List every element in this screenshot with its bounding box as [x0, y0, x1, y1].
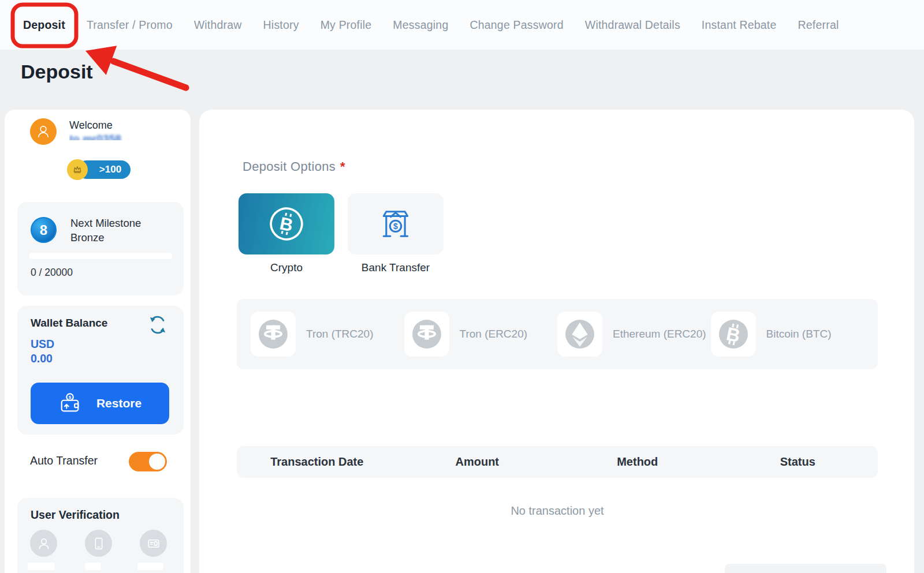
main-panel: Deposit Options* B Crypto $ Bank Transfe… [199, 110, 914, 573]
auto-transfer-toggle[interactable] [129, 452, 167, 471]
svg-text:$: $ [393, 222, 398, 231]
tab-transfer-promo[interactable]: Transfer / Promo [87, 18, 173, 32]
annotation-arrow [85, 46, 186, 88]
tab-deposit-label: Deposit [23, 18, 65, 31]
avatar [30, 118, 57, 145]
verification-label-cutoff [28, 563, 55, 570]
tab-withdrawal-details[interactable]: Withdrawal Details [585, 18, 680, 32]
col-transaction-date: Transaction Date [237, 455, 397, 469]
coin-icon: 8 [31, 217, 57, 243]
tether-icon [404, 312, 449, 357]
verification-label-cutoff [137, 563, 163, 570]
tab-change-password[interactable]: Change Password [470, 18, 563, 32]
tab-referral[interactable]: Referral [798, 18, 839, 32]
sidebar: Welcome to mr0358 >100 8 Next Milestone … [5, 110, 191, 573]
active-tab-underline [22, 44, 67, 47]
refresh-icon[interactable] [147, 314, 169, 336]
tab-messaging[interactable]: Messaging [393, 18, 448, 32]
milestone-progress-bar [29, 253, 172, 259]
id-card-verification-icon[interactable] [140, 530, 167, 557]
bank-transfer-option-label: Bank Transfer [348, 261, 444, 274]
tab-instant-rebate[interactable]: Instant Rebate [702, 18, 777, 32]
wallet-card: Wallet Balance USD 0.00 $ Restore [17, 306, 184, 435]
deposit-option-crypto[interactable]: B [239, 193, 334, 254]
deposit-option-bank-transfer[interactable]: $ [348, 193, 444, 254]
verification-label-cutoff [85, 563, 101, 570]
crown-icon [67, 159, 88, 180]
tab-history[interactable]: History [263, 18, 299, 32]
page-title: Deposit [21, 61, 93, 83]
currency-ethereum-erc20[interactable]: Ethereum (ERC20) [557, 312, 711, 357]
tab-withdraw[interactable]: Withdraw [194, 18, 242, 32]
user-verification-card: User Verification [17, 498, 184, 573]
milestone-tier: Bronze [70, 230, 141, 245]
identity-verification-icon[interactable] [30, 530, 57, 557]
bitcoin-icon: B [267, 205, 305, 243]
welcome-greeting: Welcome [69, 119, 113, 132]
required-asterisk: * [340, 159, 345, 174]
mobile-verification-icon[interactable] [85, 530, 112, 557]
col-method: Method [557, 455, 718, 469]
user-verification-label: User Verification [31, 508, 120, 522]
person-icon [35, 123, 52, 140]
col-status: Status [718, 455, 878, 469]
wallet-currency: USD [31, 338, 54, 351]
top-navigation: Deposit Transfer / Promo Withdraw Histor… [0, 0, 924, 50]
wallet-balance-label: Wallet Balance [31, 317, 107, 329]
tab-my-profile[interactable]: My Profile [321, 18, 372, 32]
bitcoin-icon: B [711, 312, 756, 357]
crypto-currency-list: Tron (TRC20) Tron (ERC20) [237, 299, 878, 369]
transactions-table-header: Transaction Date Amount Method Status [237, 446, 878, 478]
currency-bitcoin-btc[interactable]: B Bitcoin (BTC) [711, 312, 865, 357]
auto-transfer-label: Auto Transfer [30, 454, 98, 467]
svg-text:$: $ [69, 395, 72, 400]
wallet-icon: $ [58, 391, 83, 415]
currency-tron-erc20[interactable]: Tron (ERC20) [404, 312, 558, 357]
deposit-options-label: Deposit Options* [243, 159, 345, 174]
tab-deposit[interactable]: Deposit [23, 18, 65, 32]
restore-label: Restore [96, 396, 141, 410]
ethereum-icon [557, 312, 602, 357]
milestone-progress-text: 0 / 20000 [31, 267, 73, 279]
wallet-amount: 0.00 [31, 352, 53, 365]
col-amount: Amount [397, 455, 558, 469]
partial-element-cutoff [725, 564, 886, 573]
milestone-card: 8 Next Milestone Bronze 0 / 20000 [17, 202, 184, 295]
currency-tron-trc20[interactable]: Tron (TRC20) [251, 312, 404, 357]
username-masked: to mr0358 [69, 133, 156, 140]
empty-transactions-message: No transaction yet [237, 504, 878, 518]
toggle-knob [149, 454, 165, 470]
tether-icon [251, 312, 296, 357]
crypto-option-label: Crypto [239, 261, 334, 274]
bank-icon: $ [378, 206, 413, 242]
restore-button[interactable]: $ Restore [31, 383, 169, 424]
milestone-label: Next Milestone Bronze [70, 216, 141, 245]
